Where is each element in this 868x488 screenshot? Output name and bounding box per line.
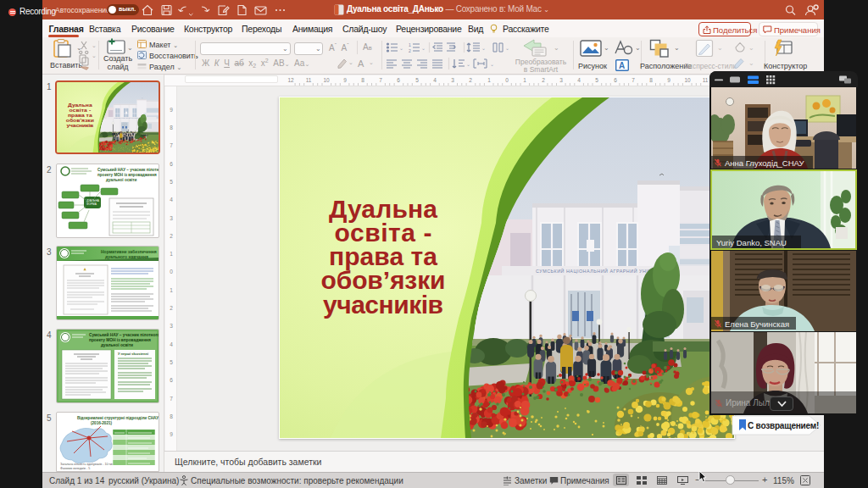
svg-text:6: 6 — [397, 77, 400, 83]
svg-text:8: 8 — [649, 77, 653, 83]
svg-text:3: 3 — [170, 323, 173, 329]
svg-text:Сумський НАУ – учасник пілотно: Сумський НАУ – учасник пілотного — [97, 167, 159, 172]
svg-text:проекту МОН із впровадження: проекту МОН із впровадження — [89, 338, 151, 342]
svg-text:8: 8 — [170, 125, 173, 130]
svg-text:7: 7 — [170, 142, 173, 148]
svg-text:12: 12 — [287, 77, 294, 83]
svg-text:9: 9 — [343, 77, 347, 83]
svg-text:0: 0 — [170, 269, 173, 274]
svg-text:4: 4 — [170, 341, 173, 347]
svg-text:дуальної освіти: дуальної освіти — [106, 178, 137, 182]
svg-text:дуальної освіти: дуальної освіти — [101, 343, 133, 347]
svg-text:7: 7 — [379, 77, 382, 83]
svg-text:⌄: ⌄ — [466, 62, 470, 67]
svg-text:⌄: ⌄ — [399, 46, 403, 51]
svg-text:4: 4 — [433, 77, 437, 83]
svg-text:2: 2 — [170, 233, 173, 239]
svg-text:4: 4 — [577, 77, 581, 83]
svg-text:1: 1 — [170, 287, 173, 293]
svg-text:2: 2 — [469, 77, 472, 83]
svg-text:3: 3 — [559, 77, 563, 83]
svg-text:ФОРМА: ФОРМА — [86, 202, 97, 206]
svg-text:У перші słcostenni: У перші słcostenni — [118, 352, 148, 356]
svg-text:⌄: ⌄ — [421, 46, 426, 51]
svg-text:учасників: учасників — [323, 291, 443, 319]
svg-text:дуального навчання: дуального навчання — [105, 254, 148, 259]
svg-text:8: 8 — [170, 413, 173, 419]
svg-text:3: 3 — [170, 215, 173, 221]
svg-text:1: 1 — [170, 251, 173, 257]
svg-text:7: 7 — [170, 396, 173, 402]
svg-text:Відокремлені структурні підроз: Відокремлені структурні підрозділи СНАУ — [77, 416, 159, 420]
svg-text:11: 11 — [703, 77, 709, 83]
svg-text:6: 6 — [614, 77, 617, 83]
svg-text:Загальна кількість здобувачів: Загальна кількість здобувачів - 10 тис. — [60, 463, 114, 466]
svg-text:4: 4 — [170, 197, 173, 202]
svg-text:⌄: ⌄ — [481, 46, 486, 51]
svg-text:6: 6 — [170, 377, 173, 383]
svg-text:⌄: ⌄ — [490, 62, 494, 67]
svg-text:1: 1 — [409, 42, 411, 47]
svg-text:7: 7 — [632, 77, 635, 83]
svg-text:10: 10 — [323, 77, 330, 83]
svg-text:0: 0 — [505, 77, 509, 83]
svg-text:2: 2 — [170, 305, 173, 311]
svg-text:⌄: ⌄ — [505, 46, 509, 51]
svg-text:9: 9 — [170, 107, 173, 113]
svg-text:(2016-2021): (2016-2021) — [91, 421, 112, 425]
svg-text:5: 5 — [595, 77, 598, 83]
svg-text:5: 5 — [415, 77, 419, 83]
svg-text:проекту МОН із впровадження: проекту МОН із впровадження — [97, 173, 157, 177]
svg-text:5: 5 — [170, 179, 173, 185]
svg-text:11: 11 — [306, 77, 312, 83]
svg-text:9: 9 — [170, 431, 173, 437]
svg-text:2: 2 — [409, 48, 411, 53]
svg-text:С возвращением!: С возвращением! — [748, 421, 819, 430]
svg-text:А: А — [619, 61, 625, 70]
svg-text:10: 10 — [684, 77, 691, 83]
svg-text:Фахових коледжів - 5: Фахових коледжів - 5 — [60, 467, 90, 470]
svg-text:8: 8 — [361, 77, 364, 83]
svg-text:Нормативне забезпечення: Нормативне забезпечення — [101, 249, 157, 254]
svg-text:5: 5 — [170, 359, 173, 365]
svg-text:2: 2 — [542, 77, 545, 83]
svg-text:1: 1 — [523, 77, 526, 83]
svg-text:А: А — [358, 58, 364, 69]
svg-text:3: 3 — [451, 77, 454, 83]
svg-text:9: 9 — [667, 77, 670, 83]
svg-text:6: 6 — [170, 161, 173, 167]
svg-text:1: 1 — [487, 77, 491, 83]
svg-text:Сумський НАУ – учасник пілотно: Сумський НАУ – учасник пілотного — [89, 332, 159, 337]
